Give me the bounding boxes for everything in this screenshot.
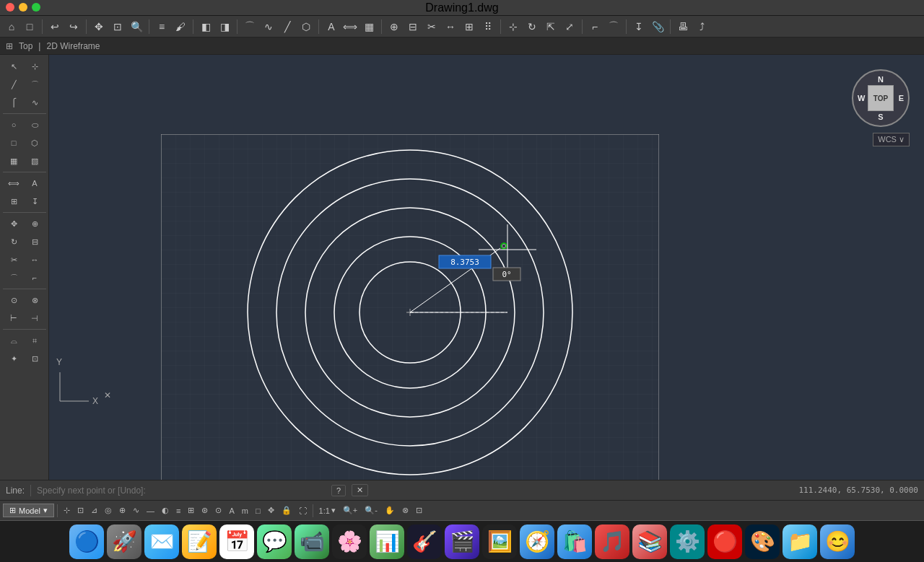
hatch-btn[interactable]: ▦ xyxy=(360,18,378,35)
qview-toggle[interactable]: □ xyxy=(253,503,263,519)
wcs-dropdown[interactable]: WCS ∨ xyxy=(873,133,910,146)
rect-btn[interactable]: □ xyxy=(4,134,24,152)
fillet-tool-btn[interactable]: ⌒ xyxy=(4,269,24,286)
group-btn[interactable]: ⊡ xyxy=(25,350,45,367)
ws-btn[interactable]: ✥ xyxy=(265,503,277,519)
dock-music[interactable]: 🎵 xyxy=(595,524,629,559)
dock-launchpad[interactable]: 🚀 xyxy=(107,524,141,559)
dock-safari[interactable]: 🧭 xyxy=(520,524,554,559)
command-input[interactable] xyxy=(37,486,326,496)
arc-btn[interactable]: ⌒ xyxy=(241,18,258,35)
lock-btn[interactable]: 🔒 xyxy=(279,503,295,519)
dock-garageband[interactable]: 🎸 xyxy=(407,524,442,559)
rotate-btn[interactable]: ↻ xyxy=(523,18,541,35)
viewport-view[interactable]: Top xyxy=(19,41,32,51)
copy-tool-btn[interactable]: ⊕ xyxy=(25,215,45,232)
pan-btn[interactable]: ✥ xyxy=(90,18,108,35)
insert-tool-btn[interactable]: ↧ xyxy=(25,193,45,210)
annmon-toggle[interactable]: A xyxy=(226,503,237,519)
scale-btn[interactable]: ⇱ xyxy=(542,18,559,35)
mirror-btn[interactable]: ⊟ xyxy=(404,18,422,35)
3d-orbit-btn[interactable]: ⊙ xyxy=(4,291,24,309)
insert-btn[interactable]: ↧ xyxy=(630,18,648,35)
dock-finder[interactable]: 🔵 xyxy=(69,524,104,559)
units-toggle[interactable]: m xyxy=(239,503,251,519)
otrack-toggle[interactable]: ∿ xyxy=(130,503,142,519)
dock-photos2[interactable]: 🖼️ xyxy=(482,524,517,559)
select-btn[interactable]: ↖ xyxy=(4,58,24,75)
trim-btn[interactable]: ✂ xyxy=(423,18,440,35)
dock-finder2[interactable]: 😊 xyxy=(820,524,855,559)
ellipse-btn[interactable]: ⬭ xyxy=(25,116,45,133)
match-prop-btn[interactable]: 🖌 xyxy=(172,18,189,35)
polar-toggle[interactable]: ◎ xyxy=(102,503,115,519)
dock-arduino[interactable]: ⚙️ xyxy=(670,524,705,559)
block-btn[interactable]: ⊞ xyxy=(4,193,24,210)
pline-btn[interactable]: ⎧ xyxy=(4,94,24,111)
osnap-toggle[interactable]: ⊕ xyxy=(116,503,128,519)
extend-btn[interactable]: ↔ xyxy=(442,18,459,35)
chamfer-tool-btn[interactable]: ⌐ xyxy=(25,269,45,286)
polygon-btn[interactable]: ⬡ xyxy=(25,134,45,152)
ortho-toggle[interactable]: ⊿ xyxy=(88,503,100,519)
poly-btn[interactable]: ⬡ xyxy=(297,18,315,35)
minimize-button[interactable] xyxy=(19,3,27,12)
3dosnap-toggle[interactable]: ⊛ xyxy=(199,503,211,519)
fullscreen-btn[interactable]: ⛶ xyxy=(296,503,310,519)
dock-messages[interactable]: 💬 xyxy=(257,524,292,559)
explode-btn[interactable]: ✦ xyxy=(4,350,24,367)
hatch-tool-btn[interactable]: ▦ xyxy=(4,152,24,170)
line-tool-btn[interactable]: ╱ xyxy=(4,76,24,93)
pan-nav-btn[interactable]: ✋ xyxy=(382,503,398,519)
zoom-btn[interactable]: 🔍 xyxy=(128,18,145,35)
3d-nav-btn[interactable]: ⊗ xyxy=(25,291,45,309)
line-btn[interactable]: ╱ xyxy=(279,18,296,35)
viewport-mode[interactable]: 2D Wireframe xyxy=(46,41,100,51)
help-btn[interactable]: ? xyxy=(331,485,346,496)
text-btn[interactable]: A xyxy=(25,175,45,192)
stretch-btn[interactable]: ⤢ xyxy=(561,18,578,35)
dim-tool-btn[interactable]: ⟺ xyxy=(4,175,24,192)
snap-toggle[interactable]: ⊹ xyxy=(61,503,73,519)
dock-appstore[interactable]: 🛍️ xyxy=(557,524,592,559)
lweight-toggle[interactable]: — xyxy=(144,503,157,519)
properties-btn[interactable]: ≡ xyxy=(153,18,170,35)
trim-tool-btn[interactable]: ✂ xyxy=(4,251,24,268)
dock-files[interactable]: 📁 xyxy=(783,524,817,559)
array-btn[interactable]: ⠿ xyxy=(479,18,497,35)
layer2-btn[interactable]: ◨ xyxy=(216,18,233,35)
fillet-btn[interactable]: ⌒ xyxy=(605,18,622,35)
spline-btn[interactable]: ∿ xyxy=(25,94,45,111)
dock-photoshop[interactable]: 🎨 xyxy=(745,524,780,559)
3dview-btn[interactable]: ⊗ xyxy=(399,503,411,519)
close-button[interactable] xyxy=(6,3,14,12)
close-cmd-btn[interactable]: ✕ xyxy=(352,484,368,496)
mirror-tool-btn[interactable]: ⊟ xyxy=(25,233,45,250)
zoom-in-btn[interactable]: 🔍+ xyxy=(340,503,360,519)
move-btn[interactable]: ⊹ xyxy=(505,18,522,35)
dock-notes[interactable]: 📝 xyxy=(182,524,217,559)
tpress-toggle[interactable]: ◐ xyxy=(159,503,172,519)
new-btn[interactable]: □ xyxy=(21,18,38,35)
nav-cube-btn[interactable]: ⊡ xyxy=(413,503,425,519)
measure-btn[interactable]: ⊢ xyxy=(4,309,24,327)
dock-numbers[interactable]: 📊 xyxy=(370,524,404,559)
maximize-button[interactable] xyxy=(32,3,40,12)
dock-autocad[interactable]: 🔴 xyxy=(707,524,742,559)
gradient-btn[interactable]: ▧ xyxy=(25,152,45,170)
dynin-toggle[interactable]: ⊙ xyxy=(212,503,225,519)
curve-btn[interactable]: ∿ xyxy=(260,18,277,35)
sel-cycle-toggle[interactable]: ⊞ xyxy=(185,503,197,519)
undo-btn[interactable]: ↩ xyxy=(46,18,64,35)
zoom-extent-btn[interactable]: ⊡ xyxy=(109,18,126,35)
zoom-scale-btn[interactable]: 1:1 ▾ xyxy=(316,503,339,519)
publish-btn[interactable]: ⤴ xyxy=(693,18,710,35)
zoom-out-btn[interactable]: 🔍- xyxy=(362,503,380,519)
attach-btn[interactable]: 📎 xyxy=(649,18,666,35)
print-btn[interactable]: 🖶 xyxy=(674,18,692,35)
copy-btn[interactable]: ⊕ xyxy=(385,18,403,35)
break-btn[interactable]: ⌓ xyxy=(4,332,24,349)
home-btn[interactable]: ⌂ xyxy=(3,18,20,35)
offset-btn[interactable]: ⊞ xyxy=(461,18,478,35)
extend-tool-btn[interactable]: ↔ xyxy=(25,251,45,268)
